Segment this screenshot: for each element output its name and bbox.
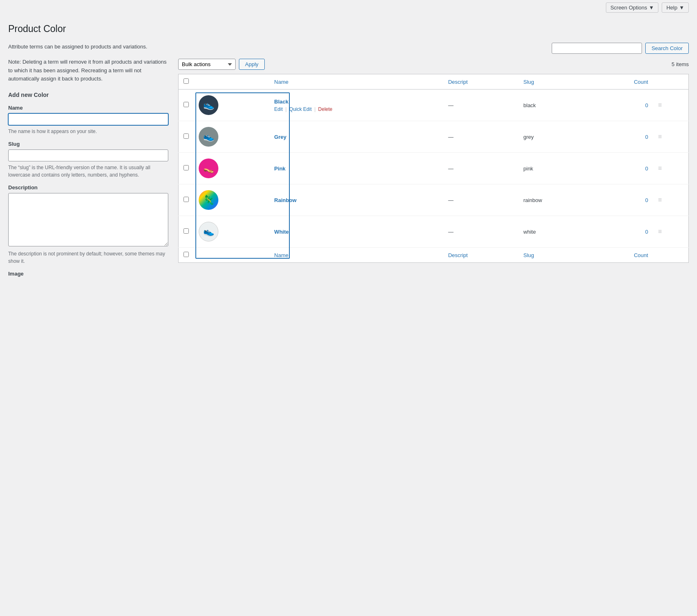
row-description-cell: — bbox=[443, 153, 518, 184]
row-name-cell: Rainbow bbox=[269, 184, 443, 216]
slug-value: rainbow bbox=[523, 197, 542, 203]
table-body: 👟 Black Edit | Quick Edit | Delete — bla… bbox=[179, 90, 689, 248]
search-row: Search Color bbox=[178, 43, 689, 54]
row-checkbox[interactable] bbox=[183, 102, 189, 107]
name-label: Name bbox=[8, 105, 168, 111]
name-field-group: Name The name is how it appears on your … bbox=[8, 105, 168, 135]
description-label: Description bbox=[8, 184, 168, 191]
row-image-cell: 👟 bbox=[194, 216, 269, 248]
footer-th-drag bbox=[653, 248, 689, 263]
row-checkbox-cell bbox=[179, 216, 194, 248]
row-drag-cell: ≡ bbox=[653, 90, 689, 121]
quick-edit-link[interactable]: Quick Edit bbox=[289, 106, 312, 112]
slug-value: grey bbox=[523, 134, 534, 140]
row-description-cell: — bbox=[443, 90, 518, 121]
row-slug-cell: rainbow bbox=[518, 184, 592, 216]
row-count-cell: 0 bbox=[592, 121, 653, 153]
row-checkbox[interactable] bbox=[183, 197, 189, 202]
screen-options-button[interactable]: Screen Options ▼ bbox=[606, 2, 658, 13]
drag-handle-icon[interactable]: ≡ bbox=[658, 165, 662, 172]
select-all-header bbox=[179, 74, 194, 90]
th-count[interactable]: Count bbox=[592, 74, 653, 90]
drag-handle-icon[interactable]: ≡ bbox=[658, 133, 662, 140]
term-image: 👟 bbox=[199, 127, 218, 147]
description-value: — bbox=[448, 102, 454, 108]
count-link[interactable]: 0 bbox=[645, 102, 648, 108]
chevron-down-icon: ▼ bbox=[649, 5, 654, 11]
slug-value: white bbox=[523, 229, 536, 235]
delete-link[interactable]: Delete bbox=[318, 106, 332, 112]
footer-th-count[interactable]: Count bbox=[592, 248, 653, 263]
apply-button[interactable]: Apply bbox=[239, 59, 265, 70]
th-slug[interactable]: Slug bbox=[518, 74, 592, 90]
th-image bbox=[194, 74, 269, 90]
row-description-cell: — bbox=[443, 184, 518, 216]
row-image-cell: 👡 bbox=[194, 153, 269, 184]
term-name-link[interactable]: Rainbow bbox=[274, 197, 296, 203]
row-count-cell: 0 bbox=[592, 153, 653, 184]
table-row: 👡 Pink — pink 0 ≡ bbox=[179, 153, 689, 184]
table-container: Name Descript Slug Count bbox=[178, 74, 689, 263]
add-new-heading: Add new Color bbox=[8, 92, 168, 98]
footer-th-slug[interactable]: Slug bbox=[518, 248, 592, 263]
footer-th-name[interactable]: Name bbox=[269, 248, 443, 263]
count-link[interactable]: 0 bbox=[645, 134, 648, 140]
items-count: 5 items bbox=[672, 61, 689, 67]
description-textarea[interactable] bbox=[8, 193, 168, 246]
row-image-cell: 👟 bbox=[194, 121, 269, 153]
help-button[interactable]: Help ▼ bbox=[662, 2, 689, 13]
slug-label: Slug bbox=[8, 141, 168, 147]
table-row: 🦎 Rainbow — rainbow 0 ≡ bbox=[179, 184, 689, 216]
bulk-actions-select[interactable]: Bulk actions Delete bbox=[178, 59, 236, 70]
intro-text: Attribute terms can be assigned to produ… bbox=[8, 43, 168, 51]
row-checkbox-cell bbox=[179, 153, 194, 184]
footer-select-all-checkbox[interactable] bbox=[183, 252, 189, 257]
description-value: — bbox=[448, 229, 454, 235]
drag-handle-icon[interactable]: ≡ bbox=[658, 228, 662, 235]
term-name-link[interactable]: White bbox=[274, 229, 289, 235]
table-row: 👟 Black Edit | Quick Edit | Delete — bla… bbox=[179, 90, 689, 121]
drag-handle-icon[interactable]: ≡ bbox=[658, 196, 662, 203]
row-slug-cell: pink bbox=[518, 153, 592, 184]
row-checkbox[interactable] bbox=[183, 228, 189, 234]
sep: | bbox=[314, 106, 317, 112]
name-input[interactable] bbox=[8, 113, 168, 125]
edit-link[interactable]: Edit bbox=[274, 106, 283, 112]
th-name[interactable]: Name bbox=[269, 74, 443, 90]
term-image: 👟 bbox=[199, 222, 218, 241]
row-name-cell: White bbox=[269, 216, 443, 248]
footer-select-all bbox=[179, 248, 194, 263]
row-count-cell: 0 bbox=[592, 216, 653, 248]
name-hint: The name is how it appears on your site. bbox=[8, 128, 168, 135]
term-name-link[interactable]: Black bbox=[274, 99, 289, 105]
count-link[interactable]: 0 bbox=[645, 165, 648, 172]
row-checkbox[interactable] bbox=[183, 133, 189, 139]
image-label: Image bbox=[8, 271, 24, 277]
select-all-checkbox[interactable] bbox=[183, 78, 189, 84]
row-checkbox[interactable] bbox=[183, 165, 189, 170]
table-header-row: Name Descript Slug Count bbox=[179, 74, 689, 90]
left-panel: Attribute terms can be assigned to produ… bbox=[8, 43, 168, 283]
row-drag-cell: ≡ bbox=[653, 121, 689, 153]
th-description[interactable]: Descript bbox=[443, 74, 518, 90]
description-value: — bbox=[448, 197, 454, 203]
color-table: Name Descript Slug Count bbox=[178, 74, 689, 263]
search-color-button[interactable]: Search Color bbox=[645, 43, 689, 54]
page-title: Product Color bbox=[8, 23, 689, 34]
description-value: — bbox=[448, 165, 454, 172]
search-color-input[interactable] bbox=[552, 43, 642, 54]
drag-handle-icon[interactable]: ≡ bbox=[658, 101, 662, 108]
term-name-link[interactable]: Grey bbox=[274, 134, 287, 140]
top-bar: Screen Options ▼ Help ▼ bbox=[0, 0, 697, 15]
screen-options-label: Screen Options bbox=[610, 5, 647, 11]
count-link[interactable]: 0 bbox=[645, 229, 648, 235]
description-value: — bbox=[448, 134, 454, 140]
term-name-link[interactable]: Pink bbox=[274, 165, 285, 172]
term-image: 👡 bbox=[199, 159, 218, 178]
count-link[interactable]: 0 bbox=[645, 197, 648, 203]
footer-th-description: Descript bbox=[443, 248, 518, 263]
row-drag-cell: ≡ bbox=[653, 153, 689, 184]
slug-input[interactable] bbox=[8, 149, 168, 161]
table-row: 👟 Grey — grey 0 ≡ bbox=[179, 121, 689, 153]
row-slug-cell: white bbox=[518, 216, 592, 248]
